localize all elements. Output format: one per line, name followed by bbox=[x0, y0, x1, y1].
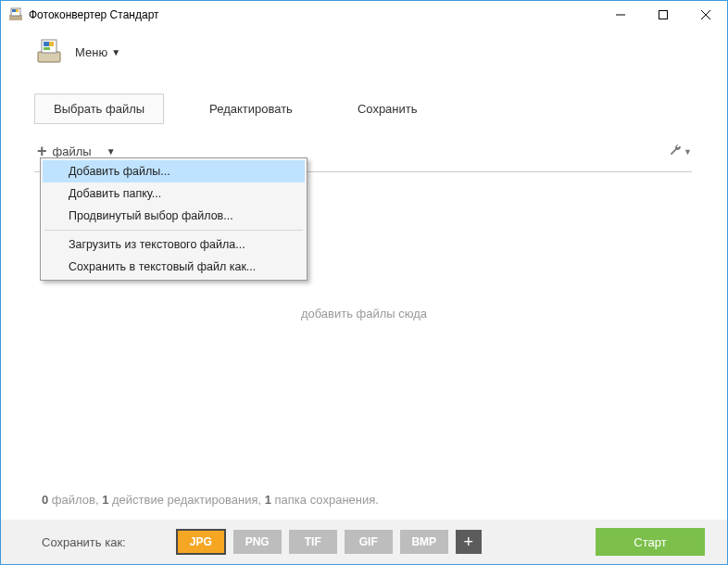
status-folder-count: 1 bbox=[265, 493, 271, 507]
svg-rect-5 bbox=[659, 11, 668, 19]
menu-item-load-from-txt[interactable]: Загрузить из текстового файла... bbox=[43, 233, 305, 256]
format-bmp[interactable]: BMP bbox=[400, 530, 448, 554]
wrench-icon bbox=[669, 144, 682, 159]
status-text: 0 файлов, 1 действие редактирования, 1 п… bbox=[42, 493, 379, 507]
menubar: Меню ▼ bbox=[1, 29, 727, 75]
caret-down-icon: ▼ bbox=[111, 47, 120, 57]
app-icon bbox=[8, 7, 23, 22]
format-tif[interactable]: TIF bbox=[289, 530, 337, 554]
window-title: Фотоконвертер Стандарт bbox=[29, 8, 159, 21]
menu-item-add-folder[interactable]: Добавить папку... bbox=[43, 182, 305, 205]
menu-label: Меню bbox=[75, 45, 107, 59]
svg-rect-3 bbox=[16, 9, 19, 12]
drop-files-hint: добавить файлы сюда bbox=[1, 307, 727, 320]
svg-rect-11 bbox=[49, 42, 54, 46]
caret-down-icon: ▼ bbox=[684, 147, 692, 157]
bottom-bar: Сохранить как: JPG PNG TIF GIF BMP + Ста… bbox=[1, 520, 727, 564]
format-jpg[interactable]: JPG bbox=[176, 529, 226, 555]
titlebar: Фотоконвертер Стандарт bbox=[1, 1, 727, 29]
minimize-button[interactable] bbox=[599, 1, 642, 29]
files-dropdown: Добавить файлы... Добавить папку... Прод… bbox=[40, 157, 308, 281]
caret-down-icon: ▼ bbox=[107, 146, 116, 157]
printer-icon bbox=[34, 37, 64, 67]
svg-rect-10 bbox=[44, 42, 49, 46]
format-add-button[interactable]: + bbox=[456, 530, 482, 554]
tab-edit[interactable]: Редактировать bbox=[190, 94, 312, 124]
save-as-label: Сохранить как: bbox=[42, 535, 126, 549]
svg-rect-8 bbox=[38, 52, 60, 62]
format-gif[interactable]: GIF bbox=[345, 530, 393, 554]
settings-button[interactable]: ▼ bbox=[669, 144, 692, 159]
tab-save[interactable]: Сохранить bbox=[338, 94, 437, 124]
files-button-label: файлы bbox=[53, 144, 92, 158]
menu-button[interactable]: Меню ▼ bbox=[75, 45, 120, 59]
menu-separator bbox=[44, 230, 303, 231]
start-button[interactable]: Старт bbox=[596, 528, 705, 556]
svg-rect-12 bbox=[44, 47, 50, 50]
menu-item-advanced-select[interactable]: Продвинутый выбор файлов... bbox=[43, 205, 305, 227]
format-png[interactable]: PNG bbox=[233, 530, 282, 554]
svg-rect-2 bbox=[12, 9, 16, 12]
close-button[interactable] bbox=[684, 1, 727, 29]
tab-select-files[interactable]: Выбрать файлы bbox=[34, 94, 164, 124]
tabs: Выбрать файлы Редактировать Сохранить bbox=[1, 75, 727, 124]
menu-item-add-files[interactable]: Добавить файлы... bbox=[43, 160, 305, 182]
menu-item-save-to-txt[interactable]: Сохранить в текстовый файл как... bbox=[43, 256, 305, 278]
maximize-button[interactable] bbox=[642, 1, 684, 29]
